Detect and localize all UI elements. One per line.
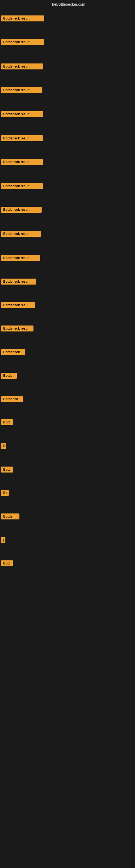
result-row-18: Bott: [0, 420, 13, 426]
result-row-3: Bottleneck result: [0, 63, 43, 70]
bottleneck-label-22: Bottlen: [1, 514, 19, 520]
result-row-9: Bottleneck result: [0, 207, 42, 214]
result-row-13: Bottleneck resu: [0, 302, 35, 309]
bottleneck-label-2: Bottleneck result: [1, 39, 44, 45]
bottleneck-label-14: Bottleneck resu: [1, 326, 34, 332]
bottleneck-label-13: Bottleneck resu: [1, 302, 35, 308]
result-row-10: Bottleneck result: [0, 231, 41, 238]
result-row-11: Bottleneck result: [0, 255, 40, 262]
bottleneck-label-12: Bottleneck resu: [1, 279, 36, 284]
result-row-22: Bottlen: [0, 514, 19, 521]
bottleneck-label-10: Bottleneck result: [1, 231, 41, 237]
result-row-20: Bott: [0, 467, 13, 474]
result-row-21: Bo: [0, 490, 9, 497]
result-row-19: B: [0, 443, 6, 450]
result-row-6: Bottleneck result: [0, 135, 43, 143]
bottleneck-label-24: Bott: [1, 560, 13, 566]
bottleneck-label-11: Bottleneck result: [1, 255, 40, 261]
bottleneck-label-17: Bottlenec: [1, 396, 23, 402]
bottleneck-label-7: Bottleneck result: [1, 159, 43, 165]
bottleneck-label-8: Bottleneck result: [1, 183, 43, 189]
bottleneck-label-15: Bottleneck: [1, 349, 26, 355]
bottleneck-label-1: Bottleneck result: [1, 16, 44, 22]
result-row-2: Bottleneck result: [0, 39, 44, 46]
result-row-8: Bottleneck result: [0, 183, 43, 190]
bottleneck-label-5: Bottleneck result: [1, 111, 43, 117]
result-row-23: |: [0, 537, 5, 544]
bottleneck-label-19: B: [1, 443, 6, 449]
result-row-4: Bottleneck result: [0, 87, 42, 94]
bottleneck-label-16: Bottle: [1, 373, 17, 379]
result-row-15: Bottleneck: [0, 349, 26, 356]
bottleneck-label-9: Bottleneck result: [1, 207, 42, 213]
bottleneck-label-20: Bott: [1, 467, 13, 472]
site-title: TheBottlenecker.com: [0, 0, 135, 9]
result-row-16: Bottle: [0, 373, 17, 380]
result-row-5: Bottleneck result: [0, 111, 43, 118]
result-row-1: Bottleneck result: [0, 16, 44, 23]
result-row-17: Bottlenec: [0, 396, 23, 403]
bottleneck-label-23: |: [1, 537, 5, 543]
result-row-7: Bottleneck result: [0, 159, 43, 166]
result-row-12: Bottleneck resu: [0, 279, 36, 286]
bottleneck-label-6: Bottleneck result: [1, 135, 43, 141]
result-row-24: Bott: [0, 560, 13, 567]
bottleneck-label-4: Bottleneck result: [1, 87, 42, 93]
bottleneck-label-18: Bott: [1, 420, 13, 425]
bottleneck-label-21: Bo: [1, 490, 9, 496]
bottleneck-label-3: Bottleneck result: [1, 63, 43, 69]
page-container: TheBottlenecker.com Bottleneck resultBot…: [0, 0, 135, 868]
result-row-14: Bottleneck resu: [0, 326, 34, 333]
